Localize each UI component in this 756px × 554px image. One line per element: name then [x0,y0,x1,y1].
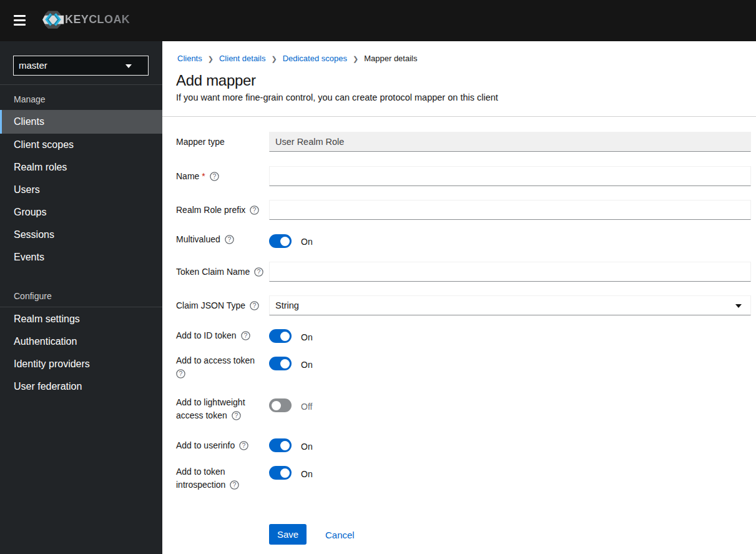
svg-text:?: ? [233,481,237,488]
svg-text:?: ? [179,370,183,377]
svg-text:?: ? [227,235,231,243]
svg-text:?: ? [234,412,238,419]
svg-text:?: ? [253,206,257,214]
svg-text:?: ? [212,172,216,180]
svg-text:?: ? [243,332,247,339]
svg-text:?: ? [257,268,261,275]
svg-text:?: ? [253,302,257,309]
svg-text:?: ? [242,442,246,449]
